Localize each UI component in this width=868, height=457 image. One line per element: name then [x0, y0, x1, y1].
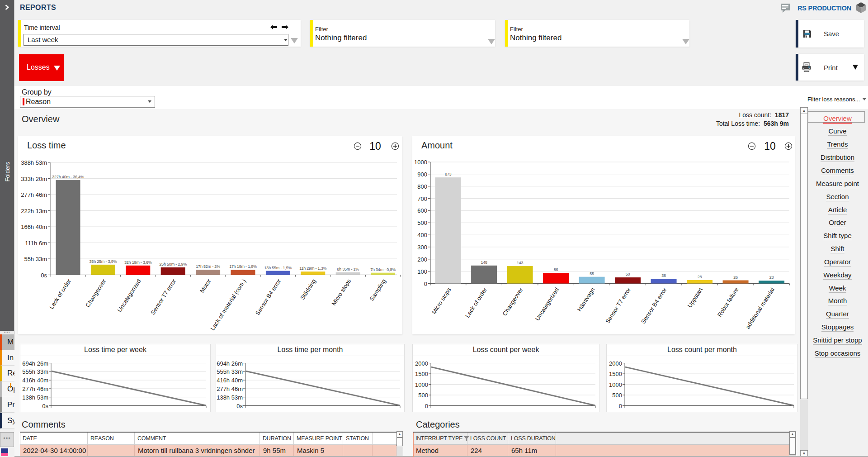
svg-text:Changeover: Changeover	[84, 277, 108, 308]
svg-text:Micro stops: Micro stops	[330, 278, 352, 307]
svg-text:Sampling: Sampling	[368, 278, 387, 302]
svg-text:0s: 0s	[236, 403, 243, 409]
svg-text:900: 900	[417, 171, 427, 178]
svg-text:Changeover: Changeover	[501, 286, 524, 317]
svg-text:555h 33m: 555h 33m	[22, 368, 48, 375]
svg-text:32h 19m - 3,6%: 32h 19m - 3,6%	[124, 260, 152, 265]
svg-text:277h 46m: 277h 46m	[21, 191, 47, 198]
svg-text:694h 26m: 694h 26m	[217, 360, 243, 367]
svg-text:25h 50m - 2,9%: 25h 50m - 2,9%	[159, 262, 187, 267]
svg-text:873: 873	[445, 172, 452, 176]
svg-text:148: 148	[481, 260, 487, 265]
svg-text:400: 400	[417, 232, 427, 238]
svg-text:Robot failure: Robot failure	[716, 286, 740, 318]
svg-text:800: 800	[417, 183, 427, 190]
svg-text:28: 28	[698, 275, 702, 279]
svg-text:86: 86	[554, 267, 558, 272]
svg-text:416h 40m: 416h 40m	[22, 377, 48, 384]
svg-text:222h 13m: 222h 13m	[21, 208, 47, 214]
svg-text:Lack of material (com.): Lack of material (com.)	[209, 278, 247, 332]
svg-text:2000: 2000	[415, 360, 428, 367]
svg-text:8h 35m - 1%: 8h 35m - 1%	[337, 267, 359, 271]
svg-text:500: 500	[612, 392, 622, 399]
svg-text:1000: 1000	[609, 381, 622, 388]
svg-text:138h 53m: 138h 53m	[22, 394, 48, 401]
svg-text:700: 700	[417, 195, 427, 202]
svg-text:2000: 2000	[609, 360, 622, 367]
svg-text:Sensor B4 error: Sensor B4 error	[640, 286, 668, 325]
svg-text:Sensor B4 error: Sensor B4 error	[254, 277, 283, 316]
svg-text:416h 40m: 416h 40m	[217, 377, 243, 384]
svg-text:694h 26m: 694h 26m	[22, 360, 48, 367]
svg-text:166h 40m: 166h 40m	[21, 224, 47, 230]
svg-text:Sensor T7 error: Sensor T7 error	[149, 277, 177, 316]
svg-text:Uncategorized: Uncategorized	[116, 278, 142, 313]
svg-text:additional material: additional material	[744, 286, 776, 330]
svg-text:555h 33m: 555h 33m	[217, 368, 243, 375]
svg-text:0: 0	[619, 403, 622, 409]
svg-text:Städning: Städning	[299, 278, 317, 301]
svg-text:0s: 0s	[42, 403, 48, 409]
svg-text:Sensor T7 error: Sensor T7 error	[604, 286, 632, 324]
svg-text:388h 53m: 388h 53m	[21, 159, 47, 166]
svg-text:Uppstart: Uppstart	[686, 286, 704, 309]
svg-text:1000: 1000	[414, 159, 427, 166]
svg-text:300: 300	[417, 244, 427, 251]
svg-text:1500: 1500	[415, 371, 428, 377]
svg-text:0: 0	[425, 403, 428, 409]
svg-text:35h 25m - 3,9%: 35h 25m - 3,9%	[90, 259, 117, 264]
svg-text:11h 29m - 1,3%: 11h 29m - 1,3%	[299, 266, 326, 271]
svg-text:26: 26	[733, 275, 738, 280]
svg-text:277h 46m: 277h 46m	[217, 386, 243, 392]
svg-text:143: 143	[517, 261, 524, 265]
svg-text:55: 55	[590, 271, 594, 276]
svg-text:Motor: Motor	[198, 277, 212, 294]
svg-text:55h 33m: 55h 33m	[24, 256, 47, 262]
svg-text:1500: 1500	[609, 371, 622, 377]
svg-text:277h 46m: 277h 46m	[22, 386, 48, 392]
svg-text:17h 19m - 1,9%: 17h 19m - 1,9%	[229, 264, 257, 269]
svg-text:Uncategorized: Uncategorized	[534, 286, 560, 322]
svg-text:0s: 0s	[41, 272, 47, 279]
svg-text:600: 600	[417, 207, 427, 214]
svg-text:7h 34m - 0,8%: 7h 34m - 0,8%	[370, 267, 396, 272]
svg-text:138h 53m: 138h 53m	[217, 394, 243, 401]
svg-text:Micro stops: Micro stops	[430, 286, 453, 315]
svg-text:200: 200	[417, 256, 427, 263]
svg-text:100: 100	[417, 268, 427, 275]
svg-text:500: 500	[418, 392, 428, 399]
svg-text:13h 55m - 1,5%: 13h 55m - 1,5%	[264, 266, 292, 270]
svg-text:50: 50	[626, 272, 630, 276]
svg-text:Lack of order: Lack of order	[464, 286, 488, 319]
svg-text:23: 23	[769, 275, 774, 280]
svg-text:333h 20m: 333h 20m	[21, 176, 47, 182]
svg-text:Lack of order: Lack of order	[48, 277, 72, 310]
svg-text:38: 38	[661, 273, 666, 278]
svg-text:111h 6m: 111h 6m	[25, 240, 47, 247]
svg-text:1000: 1000	[415, 381, 428, 388]
svg-text:327h 40m - 36,4%: 327h 40m - 36,4%	[52, 175, 84, 179]
svg-text:0: 0	[424, 281, 427, 287]
svg-text:500: 500	[417, 219, 427, 226]
svg-text:17h 52m - 2%: 17h 52m - 2%	[196, 264, 220, 269]
svg-text:Hämtvagn: Hämtvagn	[576, 286, 596, 313]
